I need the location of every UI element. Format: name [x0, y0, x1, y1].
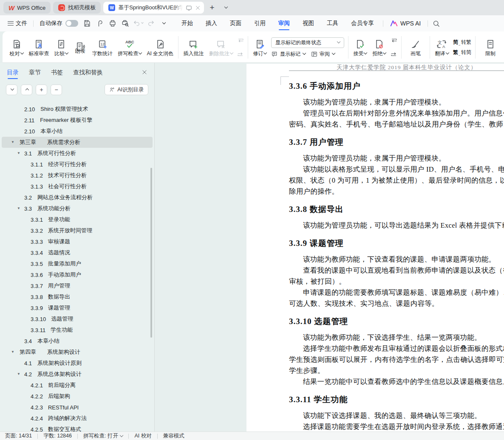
autosave-toggle[interactable] — [65, 20, 78, 27]
document-heading[interactable]: 3.3.10 选题管理 — [289, 316, 504, 327]
document-text-line[interactable]: 结果一览功能中可以查看教师选中的学生信息以及课题概要信息。 — [289, 376, 504, 387]
sidebar-tab-chapters[interactable]: 章节 — [29, 63, 41, 82]
save-icon[interactable] — [82, 18, 93, 29]
insert-comment-button[interactable]: 插入批注 — [181, 33, 207, 62]
review-pane-button[interactable]: 审阅 — [311, 51, 335, 58]
expand-triangle-icon[interactable]: ▼ — [17, 151, 20, 155]
sidebar-tab-contents[interactable]: 目录 — [7, 63, 19, 82]
wps-ai-button[interactable]: WPS AI — [386, 20, 425, 27]
toc-item[interactable]: 2.10本章小结 — [2, 126, 153, 137]
toc-item[interactable]: 3.3.9课题管理 — [2, 302, 153, 313]
export-pdf-icon[interactable] — [94, 18, 105, 29]
toc-item[interactable]: ▼3.1系统可行性分析 — [2, 148, 153, 159]
compare-button[interactable]: 比较 — [52, 33, 71, 62]
zoom-out-level-button[interactable]: − — [51, 85, 62, 95]
sidebar-tab-bookmarks[interactable]: 书签 — [51, 63, 63, 82]
toc-item[interactable]: 4.2.4跨域的解决方法 — [2, 413, 153, 424]
toc-item[interactable]: 4.2.2后端架构 — [2, 391, 153, 402]
next-comment-icon[interactable] — [237, 49, 244, 57]
document-text-line[interactable]: 查看我的课题中可以直观地看到当前教师申请的课题以及状态（待 — [289, 265, 504, 276]
toc-item[interactable]: 3.3.11学生功能 — [2, 324, 153, 336]
tab-list-button[interactable] — [220, 2, 231, 13]
menu-tab-review[interactable]: 审阅 — [272, 15, 296, 31]
tab-wps-office[interactable]: W WPS Office — [3, 2, 51, 14]
brush-button[interactable]: 画笔 — [404, 33, 428, 62]
document-heading[interactable]: 3.3.6 手动添加用户 — [289, 81, 504, 92]
to-traditional-button[interactable]: 简→ 转繁 — [453, 39, 471, 46]
status-spell-check[interactable]: 拼写检查: 打开 — [83, 432, 123, 440]
file-menu-button[interactable]: 文件 — [4, 17, 31, 29]
close-tab-icon[interactable] — [195, 5, 201, 11]
menu-tab-home[interactable]: 开始 — [175, 15, 199, 31]
document-text-line[interactable]: 该功能为管理员功能，隶属于用户管理模块。 — [289, 97, 504, 108]
document-text-line[interactable]: 管理员可以在后期针对部分意外情况来单独添加用户。用户信息包 — [289, 108, 504, 119]
document-text-line[interactable]: 密码、真实姓名、手机号、电子邮箱地址以及用户身份（学生、教师、 — [289, 119, 504, 130]
previous-comment-icon[interactable] — [237, 38, 244, 45]
document-heading[interactable]: 3.3.7 用户管理 — [289, 137, 504, 148]
accept-change-button[interactable]: 接受 — [351, 33, 370, 62]
document-text-line[interactable]: 审核，被打回）。 — [289, 276, 504, 287]
document-text-line[interactable]: 该功能以表格形式呈现，可以显示用户 ID、用户名、手机号、电 — [289, 164, 504, 175]
restrict-edit-button[interactable]: 限制 — [478, 33, 503, 62]
sidebar-tab-find-replace[interactable]: 查找和替换 — [73, 63, 103, 82]
document-text-line[interactable]: 该功能为教师功能，下设选择学生、结果一览两项功能。 — [289, 332, 504, 343]
menu-tab-insert[interactable]: 插入 — [199, 15, 224, 31]
qat-more-button[interactable] — [158, 18, 169, 29]
toc-item[interactable]: ▼4.2系统总体架构设计 — [2, 369, 153, 380]
status-ai-proofread[interactable]: AI 校对 — [134, 432, 151, 440]
tab-document[interactable]: W 基于SpringBoot和VUE的学生 — [103, 2, 204, 14]
document-heading[interactable]: 3.3.8 数据导出 — [289, 204, 504, 215]
toc-item[interactable]: 3.1.3社会可行性分析 — [2, 181, 153, 192]
spell-check-button[interactable]: ABC 拼写检查 — [115, 33, 144, 62]
document-text-line[interactable]: 选择课题功能需要学生在选题开放时间内登录系统，选择教师通过 — [289, 421, 504, 432]
search-icon[interactable] — [430, 18, 442, 29]
document-text-line[interactable]: 可选人数、实现技术、实习地点、课题内容等。 — [289, 298, 504, 309]
menu-tab-member[interactable]: 会员专享 — [345, 15, 380, 31]
toc-item[interactable]: 3.3.1登录功能 — [2, 214, 153, 225]
share-screen-icon[interactable] — [186, 5, 192, 11]
toc-item[interactable]: 3.4本章小结 — [2, 336, 153, 347]
undo-button[interactable] — [133, 18, 144, 29]
document-heading[interactable]: 3.3.11 学生功能 — [289, 394, 504, 405]
toc-item[interactable]: 3.2网站总体业务流程分析 — [2, 192, 153, 203]
previous-change-icon[interactable] — [390, 38, 398, 45]
toc-item[interactable]: 2.11Freemarker 模板引擎 — [2, 115, 153, 126]
expand-triangle-icon[interactable]: ▼ — [11, 140, 14, 144]
read-aloud-button[interactable]: 朗读 — [71, 33, 90, 62]
document-text-line[interactable]: 申请课题的功能需要教师填写课题标题、课题难易度（易中难）、课 — [289, 287, 504, 298]
menu-tab-view[interactable]: 视图 — [296, 15, 320, 31]
to-simplified-button[interactable]: 繁→ 转简 — [453, 49, 471, 56]
expand-triangle-icon[interactable]: ▼ — [17, 372, 20, 376]
document-text-line[interactable]: 选择学生功能中教师发布且审核通过的课题会以折叠面板的形式出 — [289, 343, 504, 354]
reject-change-button[interactable]: 拒绝 — [370, 33, 389, 62]
markup-state-dropdown[interactable]: 显示标记的最终状态 — [271, 37, 344, 48]
zoom-in-level-button[interactable]: + — [36, 85, 47, 95]
menu-tab-tools[interactable]: 工具 — [320, 15, 345, 31]
expand-triangle-icon[interactable]: ▼ — [11, 350, 14, 354]
status-word-count[interactable]: 字数: 12846 — [43, 432, 72, 440]
next-change-icon[interactable] — [390, 49, 398, 57]
document-page[interactable]: 天津大学仁爱学院 2019 届本科生毕业设计（论文） 3.3.6 手动添加用户该… — [246, 64, 504, 432]
expand-triangle-icon[interactable]: ▼ — [17, 206, 20, 210]
translate-button[interactable]: 文A 翻译 — [432, 33, 451, 62]
toc-item[interactable]: 3.3.3审核课题 — [2, 236, 153, 247]
print-icon[interactable] — [107, 18, 118, 29]
toc-item[interactable]: 3.3.4选题情况 — [2, 247, 153, 258]
new-tab-button[interactable]: + — [207, 2, 218, 13]
toc-item[interactable]: 3.3.5批量添加用户 — [2, 258, 153, 269]
print-preview-icon[interactable] — [120, 18, 131, 29]
toc-item[interactable]: ▼第四章系统架构设计 — [2, 347, 153, 358]
document-text-line[interactable]: 除用户的操作。 — [289, 186, 504, 197]
toc-item[interactable]: ▼第三章系统需求分析 — [2, 137, 153, 148]
sidebar-scrollbar-thumb[interactable] — [150, 168, 152, 338]
document-text-line[interactable]: 学生步骤。 — [289, 365, 504, 376]
toc-item[interactable]: 4.2.5数据交互格式 — [2, 424, 153, 432]
show-markup-button[interactable]: 显示标记 — [271, 51, 306, 58]
autosave-control[interactable]: 自动保存 — [36, 17, 82, 29]
document-text-line[interactable]: 学生预选则面板可以展开，内有待选学生的名字，点击确认选择即可完 — [289, 354, 504, 365]
menu-tab-reference[interactable]: 引用 — [248, 15, 272, 31]
document-text-line[interactable]: 该功能下设选择课题、我的选题、最终确认等三项功能。 — [289, 410, 504, 421]
word-count-button[interactable]: 12 字数统计 — [90, 33, 116, 62]
toc-item[interactable]: 2.10Shiro 权限管理技术 — [2, 104, 153, 115]
ai-polish-button[interactable]: AI 全文润色 — [144, 33, 176, 62]
